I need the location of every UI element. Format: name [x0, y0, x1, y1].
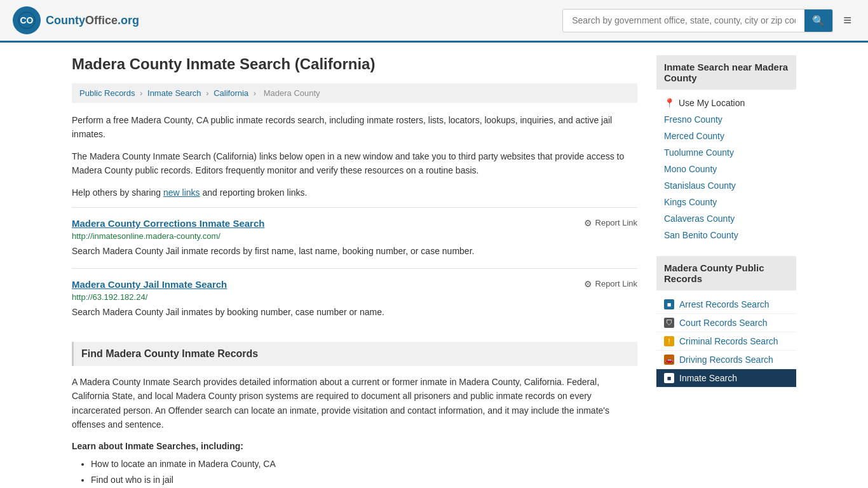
result-item-2-header: Madera County Jail Inmate Search ⚙ Repor…: [72, 279, 637, 290]
sidebar-county-7[interactable]: San Benito County: [656, 227, 796, 243]
result-url-2[interactable]: http://63.192.182.24/: [72, 292, 637, 302]
logo-area: CO CountyOffice.org: [13, 6, 139, 34]
menu-button[interactable]: ≡: [839, 8, 855, 32]
header-right: 🔍 ≡: [562, 8, 855, 32]
sidebar: Inmate Search near Madera County 📍 Use M…: [656, 55, 796, 488]
report-icon-1: ⚙: [584, 218, 592, 228]
bullet-item-1: How to locate an inmate in Madera County…: [91, 456, 637, 472]
content-area: Madera County Inmate Search (California)…: [72, 55, 637, 488]
record-icon-3: 🚗: [664, 355, 674, 365]
sidebar-county-3[interactable]: Mono County: [656, 161, 796, 177]
description-para2: The Madera County Inmate Search (Califor…: [72, 149, 637, 178]
search-button[interactable]: 🔍: [804, 10, 832, 32]
bullet-item-2: Find out who is in jail: [91, 472, 637, 488]
sidebar-nearby-section: Inmate Search near Madera County 📍 Use M…: [656, 55, 796, 243]
description-para3: Help others by sharing new links and rep…: [72, 186, 637, 200]
logo-icon: CO: [13, 6, 41, 34]
sidebar-county-2[interactable]: Tuolumne County: [656, 144, 796, 161]
record-icon-0: ■: [664, 299, 674, 309]
svg-text:CO: CO: [20, 15, 34, 25]
result-url-1[interactable]: http://inmatesonline.madera-county.com/: [72, 231, 637, 241]
sidebar-county-6[interactable]: Calaveras County: [656, 210, 796, 227]
result-title-2[interactable]: Madera County Jail Inmate Search: [72, 279, 227, 290]
sidebar-records-section: Madera County Public Records ■ Arrest Re…: [656, 256, 796, 388]
sidebar-county-0[interactable]: Fresno County: [656, 111, 796, 128]
find-section-title: Find Madera County Inmate Records: [72, 342, 637, 366]
search-input[interactable]: [563, 10, 804, 30]
report-icon-2: ⚙: [584, 279, 592, 289]
logo-text: CountyOffice.org: [46, 14, 139, 27]
sidebar-use-location[interactable]: 📍 Use My Location: [656, 95, 796, 111]
sidebar-county-4[interactable]: Stanislaus County: [656, 177, 796, 194]
sidebar-county-5[interactable]: Kings County: [656, 194, 796, 210]
report-link-2[interactable]: ⚙ Report Link: [584, 279, 637, 289]
sidebar-record-1[interactable]: ⛉ Court Records Search: [656, 314, 796, 332]
find-section-learn: Learn about Inmate Searches, including:: [72, 441, 637, 451]
result-desc-1: Search Madera County Jail inmate records…: [72, 245, 637, 258]
sidebar-county-1[interactable]: Merced County: [656, 128, 796, 144]
main-container: Madera County Inmate Search (California)…: [53, 43, 815, 488]
sidebar-record-3[interactable]: 🚗 Driving Records Search: [656, 351, 796, 369]
breadcrumb-inmate-search[interactable]: Inmate Search: [147, 88, 201, 98]
result-title-1[interactable]: Madera County Corrections Inmate Search: [72, 218, 264, 229]
breadcrumb-california[interactable]: California: [214, 88, 248, 98]
result-item-1-header: Madera County Corrections Inmate Search …: [72, 218, 637, 229]
record-icon-1: ⛉: [664, 318, 674, 328]
result-item-2: Madera County Jail Inmate Search ⚙ Repor…: [72, 268, 637, 329]
sidebar-records-header: Madera County Public Records: [656, 256, 796, 290]
search-bar: 🔍: [562, 9, 833, 32]
breadcrumb-public-records[interactable]: Public Records: [79, 88, 135, 98]
new-links-link[interactable]: new links: [163, 187, 200, 198]
sidebar-record-2[interactable]: ! Criminal Records Search: [656, 332, 796, 351]
breadcrumb-current: Madera County: [264, 88, 320, 98]
report-link-1[interactable]: ⚙ Report Link: [584, 218, 637, 228]
result-desc-2: Search Madera County Jail inmates by boo…: [72, 306, 637, 319]
sidebar-record-4[interactable]: ■ Inmate Search: [656, 369, 796, 388]
breadcrumb: Public Records › Inmate Search › Califor…: [72, 83, 637, 103]
sidebar-record-0[interactable]: ■ Arrest Records Search: [656, 295, 796, 314]
page-title: Madera County Inmate Search (California): [72, 55, 637, 73]
find-section-bullets: How to locate an inmate in Madera County…: [91, 456, 637, 488]
description-para1: Perform a free Madera County, CA public …: [72, 113, 637, 142]
site-header: CO CountyOffice.org 🔍 ≡: [0, 0, 868, 43]
find-section-content: A Madera County Inmate Search provides d…: [72, 375, 637, 432]
record-icon-2: !: [664, 336, 674, 346]
sidebar-nearby-header: Inmate Search near Madera County: [656, 55, 796, 90]
record-icon-4: ■: [664, 373, 674, 383]
result-item-1: Madera County Corrections Inmate Search …: [72, 207, 637, 268]
location-pin-icon: 📍: [664, 98, 675, 108]
